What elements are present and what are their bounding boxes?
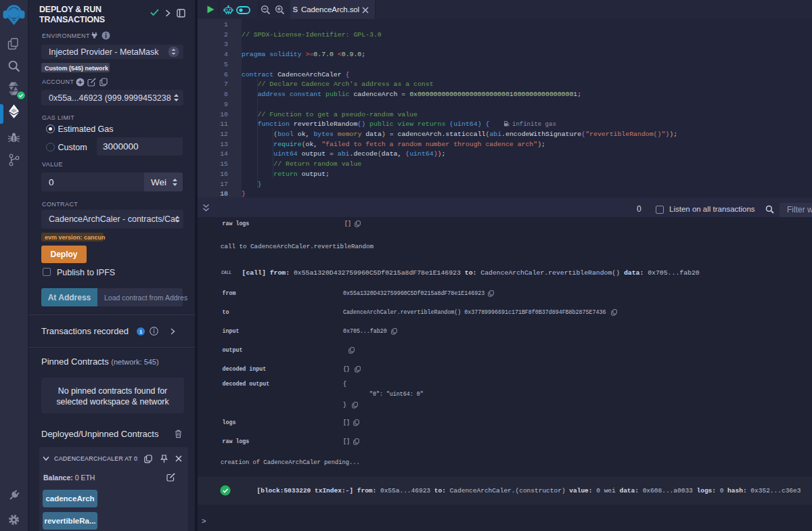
svg-text:1: 1 [139, 328, 142, 334]
